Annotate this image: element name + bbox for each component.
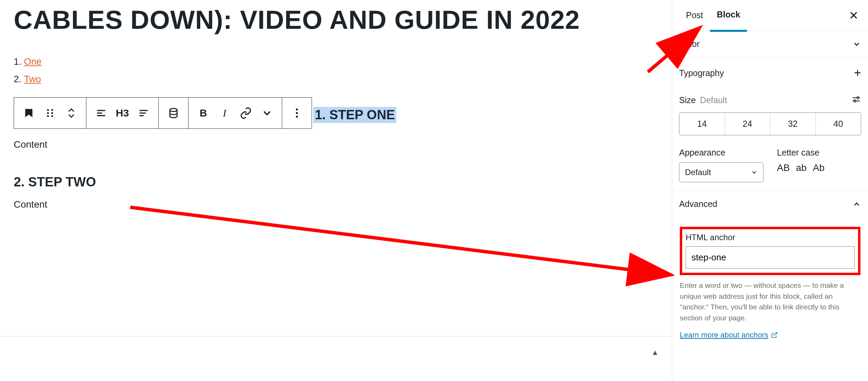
chevron-up-icon bbox=[852, 200, 861, 209]
typography-panel-title: Typography bbox=[679, 68, 724, 78]
scroll-up-indicator: ▲ bbox=[651, 348, 659, 357]
options-button[interactable] bbox=[286, 98, 308, 128]
list-item: One bbox=[24, 53, 658, 71]
lettercase-label: Letter case bbox=[777, 148, 861, 158]
lettercase-upper[interactable]: AB bbox=[777, 162, 790, 173]
learn-more-text: Learn more about anchors bbox=[680, 331, 768, 340]
sliders-icon[interactable] bbox=[852, 95, 861, 106]
toc-link-one[interactable]: One bbox=[24, 57, 41, 67]
block-toolbar: H3 B I bbox=[14, 97, 312, 129]
size-option[interactable]: 14 bbox=[679, 113, 725, 135]
move-updown-icon[interactable] bbox=[61, 98, 82, 128]
svg-line-20 bbox=[774, 333, 777, 336]
learn-more-link[interactable]: Learn more about anchors bbox=[680, 331, 778, 340]
paragraph-block[interactable]: Content bbox=[14, 139, 658, 150]
html-anchor-label: HTML anchor bbox=[686, 233, 855, 242]
size-option[interactable]: 40 bbox=[816, 113, 861, 135]
table-of-contents: One Two bbox=[24, 53, 658, 88]
close-sidebar-button[interactable]: ✕ bbox=[846, 6, 861, 25]
svg-point-1 bbox=[51, 109, 53, 111]
link-button[interactable] bbox=[235, 98, 256, 128]
external-link-icon bbox=[771, 332, 778, 339]
tab-block[interactable]: Block bbox=[710, 0, 747, 32]
chevron-down-icon bbox=[852, 40, 861, 49]
chevron-down-icon bbox=[751, 169, 758, 176]
size-label: Size bbox=[679, 95, 696, 105]
color-panel-title: Color bbox=[679, 39, 700, 49]
size-option[interactable]: 32 bbox=[770, 113, 816, 135]
font-size-buttons: 14 24 32 40 bbox=[679, 112, 861, 135]
heading-level-button[interactable]: H3 bbox=[112, 98, 133, 128]
paragraph-block[interactable]: Content bbox=[14, 199, 658, 210]
svg-point-3 bbox=[51, 112, 53, 114]
svg-point-4 bbox=[47, 115, 49, 117]
appearance-value: Default bbox=[685, 168, 711, 177]
toc-link-two[interactable]: Two bbox=[24, 74, 41, 84]
align-icon[interactable] bbox=[91, 98, 112, 128]
advanced-panel-header[interactable]: Advanced bbox=[672, 191, 868, 217]
database-icon[interactable] bbox=[163, 98, 184, 128]
svg-point-19 bbox=[854, 100, 856, 102]
lettercase-cap[interactable]: Ab bbox=[813, 162, 824, 173]
typography-panel: Typography + Size Default 14 24 32 40 Ap… bbox=[672, 58, 868, 191]
list-item: Two bbox=[24, 71, 658, 88]
editor-canvas: CABLES DOWN): VIDEO AND GUIDE IN 2022 On… bbox=[0, 0, 672, 381]
color-panel[interactable]: Color bbox=[672, 31, 868, 58]
lettercase-lower[interactable]: ab bbox=[796, 162, 807, 173]
size-option[interactable]: 24 bbox=[725, 113, 771, 135]
advanced-panel-title: Advanced bbox=[679, 199, 717, 209]
plus-icon[interactable]: + bbox=[854, 66, 861, 80]
svg-point-2 bbox=[47, 112, 49, 114]
appearance-label: Appearance bbox=[679, 148, 763, 158]
tab-post[interactable]: Post bbox=[679, 0, 710, 30]
advanced-panel-body: HTML anchor Enter a word or two — withou… bbox=[672, 217, 868, 340]
heading-block[interactable]: 2. STEP TWO bbox=[14, 175, 658, 189]
html-anchor-help: Enter a word or two — without spaces — t… bbox=[680, 280, 860, 323]
heading-block-selected[interactable]: 1. STEP ONE bbox=[313, 107, 396, 123]
svg-point-0 bbox=[47, 109, 49, 111]
html-anchor-input[interactable] bbox=[686, 246, 855, 269]
drag-handle-icon[interactable] bbox=[39, 98, 61, 128]
annotation-highlight: HTML anchor bbox=[680, 227, 860, 275]
bold-button[interactable]: B bbox=[193, 98, 214, 128]
divider bbox=[0, 336, 672, 336]
svg-point-14 bbox=[296, 112, 298, 114]
appearance-select[interactable]: Default bbox=[679, 162, 763, 182]
svg-point-17 bbox=[857, 97, 859, 99]
text-align-icon[interactable] bbox=[133, 98, 154, 128]
post-title[interactable]: CABLES DOWN): VIDEO AND GUIDE IN 2022 bbox=[14, 3, 658, 36]
svg-point-5 bbox=[51, 115, 53, 117]
size-default: Default bbox=[700, 95, 727, 105]
block-type-icon[interactable] bbox=[18, 98, 39, 128]
settings-sidebar: Post Block ✕ Color Typography + Size Def… bbox=[672, 0, 868, 381]
sidebar-tabs: Post Block ✕ bbox=[672, 0, 868, 31]
svg-point-15 bbox=[296, 115, 298, 118]
italic-button[interactable]: I bbox=[214, 98, 235, 128]
svg-point-12 bbox=[170, 108, 177, 111]
svg-point-13 bbox=[296, 108, 298, 110]
lettercase-options: AB ab Ab bbox=[777, 162, 861, 173]
more-formatting-button[interactable] bbox=[256, 98, 278, 128]
